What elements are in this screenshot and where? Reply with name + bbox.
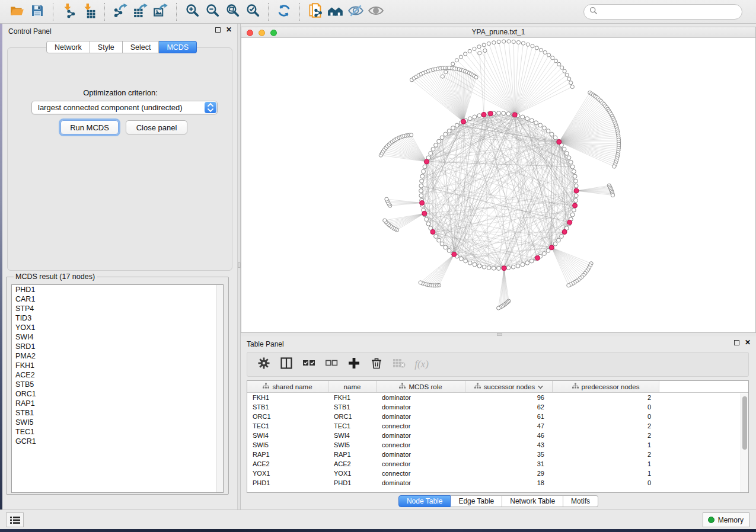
tab-motifs[interactable]: Motifs	[563, 495, 598, 507]
mcds-result-item[interactable]: SRD1	[12, 342, 223, 351]
mcds-hub-node[interactable]	[452, 252, 457, 257]
mcds-hub-node[interactable]	[481, 112, 486, 117]
open-button[interactable]	[7, 2, 27, 21]
cell-successors: 62	[465, 403, 553, 411]
mcds-hub-node[interactable]	[535, 255, 540, 260]
zoom-out-button[interactable]	[202, 2, 222, 21]
column-header-name[interactable]: name	[328, 381, 377, 392]
tab-select[interactable]: Select	[123, 41, 160, 53]
mcds-result-item[interactable]: ACE2	[12, 370, 223, 380]
search-input[interactable]	[601, 8, 742, 16]
mcds-result-item[interactable]: PMA2	[12, 351, 223, 361]
select-all-button[interactable]	[301, 355, 317, 373]
network-canvas[interactable]	[241, 38, 755, 332]
tab-node-table[interactable]: Node Table	[398, 495, 451, 507]
tab-network-table[interactable]: Network Table	[502, 495, 563, 507]
mcds-result-item[interactable]: TEC1	[12, 427, 223, 437]
export-image-button[interactable]	[151, 2, 171, 21]
import-table-button[interactable]	[79, 2, 99, 21]
mcds-result-item[interactable]: RAP1	[12, 399, 223, 408]
mcds-result-list[interactable]: PHD1CAR1STP4TID3YOX1SWI4SRD1PMA2FKH1ACE2…	[11, 284, 224, 493]
refresh-button[interactable]	[274, 2, 294, 21]
mcds-hub-node[interactable]	[557, 140, 562, 145]
mcds-hub-node[interactable]	[425, 159, 429, 164]
mcds-list-scrollbar[interactable]	[216, 285, 223, 492]
delete-row-button[interactable]	[368, 355, 385, 373]
column-header-predecessor-nodes[interactable]: predecessor nodes	[553, 381, 659, 392]
table-row-ORC1[interactable]: ORC1ORC1dominator610	[247, 412, 748, 421]
table-row-RAP1[interactable]: RAP1RAP1dominator352	[247, 450, 748, 459]
first-neighbors-button[interactable]	[326, 2, 346, 21]
float-panel-icon[interactable]	[734, 340, 739, 345]
mcds-result-item[interactable]: TID3	[12, 313, 223, 323]
column-header-MCDS-role[interactable]: MCDS role	[377, 381, 465, 392]
mcds-hub-node[interactable]	[430, 229, 435, 234]
table-scrollbar[interactable]	[741, 393, 748, 493]
tab-mcds[interactable]: MCDS	[159, 41, 197, 53]
show-all-button[interactable]	[366, 2, 386, 21]
mcds-hub-node[interactable]	[461, 119, 466, 124]
close-panel-icon[interactable]: ✕	[226, 27, 232, 33]
mcds-hub-node[interactable]	[420, 200, 425, 205]
mcds-hub-node[interactable]	[567, 220, 572, 225]
share-document-button[interactable]	[305, 2, 326, 21]
splitter-handle[interactable]	[497, 333, 502, 336]
float-panel-icon[interactable]	[215, 27, 221, 33]
table-row-FKH1[interactable]: FKH1FKH1dominator962	[247, 393, 748, 402]
table-row-PHD1[interactable]: PHD1PHD1dominator180	[247, 478, 748, 488]
mcds-result-item[interactable]: SWI4	[12, 332, 223, 342]
mcds-result-item[interactable]: SWI5	[12, 418, 223, 427]
hide-selected-button[interactable]	[346, 2, 366, 21]
mcds-hub-node[interactable]	[422, 211, 427, 216]
table-row-SWI4[interactable]: SWI4SWI4dominator462	[247, 431, 748, 440]
table-row-STB1[interactable]: STB1STB1dominator620	[247, 402, 748, 412]
mcds-result-item[interactable]: STB1	[12, 408, 223, 418]
tab-edge-table[interactable]: Edge Table	[451, 495, 502, 507]
task-history-button[interactable]	[6, 512, 24, 527]
table-row-ACE2[interactable]: ACE2ACE2connector311	[247, 459, 748, 469]
mcds-hub-node[interactable]	[488, 111, 493, 116]
mcds-result-item[interactable]: ORC1	[12, 389, 223, 399]
split-panel-button[interactable]	[278, 355, 295, 373]
mcds-hub-node[interactable]	[549, 245, 554, 250]
mcds-result-item[interactable]: GCR1	[12, 437, 223, 446]
mcds-result-item[interactable]: YOX1	[12, 323, 223, 332]
mcds-result-item[interactable]: CAR1	[12, 294, 223, 304]
tab-network[interactable]: Network	[46, 41, 90, 53]
run-mcds-button[interactable]: Run MCDS	[60, 120, 119, 134]
mcds-result-item[interactable]: STB5	[12, 380, 223, 389]
scrollbar-thumb[interactable]	[742, 396, 747, 450]
table-row-YOX1[interactable]: YOX1YOX1connector291	[247, 469, 748, 478]
column-header-shared-name[interactable]: shared name	[247, 381, 328, 392]
table-row-TEC1[interactable]: TEC1TEC1connector472	[247, 421, 748, 431]
search-box[interactable]	[583, 4, 742, 20]
minimize-traffic-light[interactable]	[259, 30, 265, 36]
add-row-button[interactable]	[346, 355, 362, 373]
mcds-result-item[interactable]: PHD1	[12, 285, 223, 294]
table-row-SWI5[interactable]: SWI5SWI5connector431	[247, 440, 748, 450]
column-header-successor-nodes[interactable]: successor nodes	[465, 381, 553, 392]
tab-style[interactable]: Style	[90, 41, 123, 53]
criterion-dropdown[interactable]: largest connected component (undirected)	[31, 101, 218, 114]
export-network-button[interactable]	[110, 2, 130, 21]
close-panel-icon[interactable]: ✕	[745, 339, 751, 345]
mcds-hub-node[interactable]	[573, 203, 578, 208]
close-panel-button[interactable]: Close panel	[126, 120, 187, 134]
zoom-fit-button[interactable]	[222, 2, 243, 21]
save-button[interactable]	[27, 2, 47, 21]
export-table-button[interactable]	[130, 2, 151, 21]
gear-button[interactable]	[256, 355, 272, 373]
close-traffic-light[interactable]	[247, 30, 253, 36]
zoom-selected-button[interactable]	[243, 2, 263, 21]
mcds-hub-node[interactable]	[562, 229, 567, 234]
memory-button[interactable]: Memory	[703, 512, 749, 527]
deselect-all-button[interactable]	[323, 355, 340, 373]
zoom-in-button[interactable]	[182, 2, 202, 21]
import-network-button[interactable]	[59, 2, 79, 21]
mcds-result-item[interactable]: STP4	[12, 304, 223, 313]
mcds-hub-node[interactable]	[574, 188, 579, 193]
mcds-result-item[interactable]: FKH1	[12, 361, 223, 370]
zoom-traffic-light[interactable]	[270, 30, 277, 36]
mcds-hub-node[interactable]	[512, 113, 517, 117]
mcds-hub-node[interactable]	[502, 266, 506, 271]
